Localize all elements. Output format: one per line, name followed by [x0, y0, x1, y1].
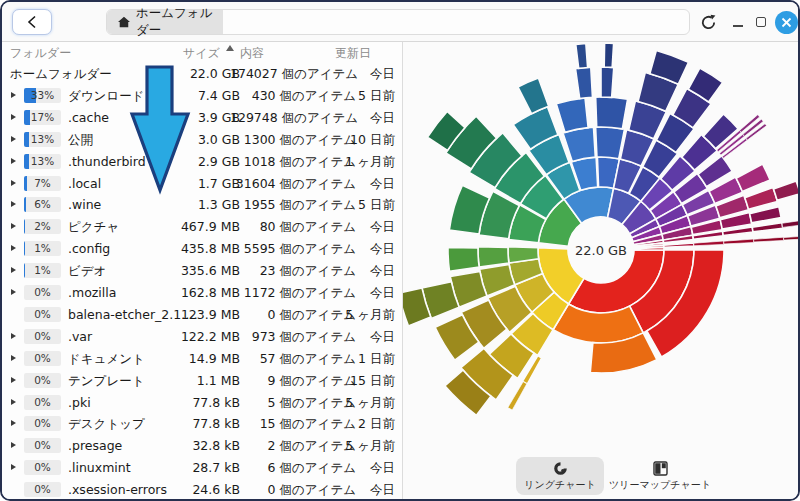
usage-percent-badge: 33% — [24, 88, 61, 103]
expander-icon[interactable] — [11, 180, 16, 186]
tab-home-folder[interactable]: ホームフォルダー — [107, 10, 223, 34]
folder-name[interactable]: .pki — [68, 392, 91, 413]
ring-chart-segment[interactable] — [596, 127, 625, 159]
ring-chart-segment[interactable] — [750, 207, 781, 223]
expander-icon[interactable] — [11, 201, 16, 207]
table-row[interactable]: 13%.thunderbird2.9 GB1018 個のアイテム1 ヶ月前 — [2, 151, 402, 173]
ring-chart-segment[interactable] — [754, 237, 784, 242]
ring-chart-segment[interactable] — [745, 187, 778, 209]
expander-icon[interactable] — [11, 158, 16, 164]
column-header-modified[interactable]: 更新日 — [335, 45, 371, 62]
ring-chart-segment[interactable] — [782, 220, 800, 228]
table-row[interactable]: 0%.linuxmint28.7 kB6 個のアイテム今日 — [2, 457, 402, 479]
table-row[interactable]: 0%デスクトップ77.8 kB15 個のアイテム2 日前 — [2, 413, 402, 435]
expander-icon[interactable] — [11, 267, 16, 273]
expander-icon[interactable] — [11, 114, 16, 120]
ring-chart[interactable]: 22.0 GB — [403, 42, 800, 501]
column-header-size[interactable]: サイズ — [183, 45, 220, 62]
ring-chart-segment[interactable] — [604, 43, 613, 67]
folder-name[interactable]: .local — [68, 173, 101, 194]
usage-percent-text: 33% — [24, 88, 61, 103]
table-row[interactable]: 0%.pki77.8 kB5 個のアイテム5 ヶ月前 — [2, 392, 402, 414]
folder-name[interactable]: .mozilla — [68, 282, 116, 303]
table-row[interactable]: 0%.presage32.8 kB2 個のアイテム5 ヶ月前 — [2, 435, 402, 457]
table-row[interactable]: 0%balena-etcher_2.1.…123.9 MB0 個のアイテム5 ヶ… — [2, 304, 402, 326]
table-row[interactable]: 1%.config435.8 MB5595 個のアイテム今日 — [2, 238, 402, 260]
usage-percent-badge: 0% — [24, 460, 61, 475]
folder-name[interactable]: 公開 — [68, 129, 93, 150]
usage-percent-text: 0% — [24, 351, 61, 366]
folder-name[interactable]: ドキュメント — [68, 348, 145, 369]
ring-chart-segment[interactable] — [556, 98, 588, 133]
expander-icon[interactable] — [11, 420, 16, 426]
ring-chart-segment[interactable] — [596, 97, 628, 129]
table-row[interactable]: 7%.local1.7 GB31604 個のアイテム今日 — [2, 173, 402, 195]
ring-chart-segment[interactable] — [784, 236, 800, 240]
table-row[interactable]: 0%.mozilla162.8 MB1172 個のアイテム今日 — [2, 282, 402, 304]
expander-icon[interactable] — [11, 399, 16, 405]
folder-name[interactable]: デスクトップ — [68, 413, 145, 434]
ring-chart-segment[interactable] — [736, 164, 770, 191]
usage-percent-text: 0% — [24, 329, 61, 344]
column-header-folder[interactable]: フォルダー — [10, 45, 71, 62]
ring-chart-segment[interactable] — [634, 247, 664, 250]
ring-chart-segment[interactable] — [601, 67, 614, 97]
expander-icon[interactable] — [11, 333, 16, 339]
expander-icon[interactable] — [11, 464, 16, 470]
ring-chart-segment[interactable] — [478, 247, 509, 267]
folder-name[interactable]: .cache — [68, 107, 109, 128]
expander-icon[interactable] — [11, 355, 16, 361]
folder-modified-date: 今日 — [325, 282, 395, 303]
folder-name[interactable]: .presage — [68, 435, 122, 456]
expander-icon[interactable] — [11, 442, 16, 448]
ring-chart-segment[interactable] — [664, 243, 694, 247]
back-button[interactable] — [12, 9, 52, 35]
minimize-button[interactable] — [730, 12, 746, 32]
table-row[interactable]: ホームフォルダー22.0 GB174027 個のアイテム今日 — [2, 63, 402, 85]
ring-chart-segment[interactable] — [576, 44, 588, 69]
expander-icon[interactable] — [11, 92, 16, 98]
folder-name[interactable]: ピクチャ — [68, 216, 119, 237]
table-row[interactable]: 0%.var122.2 MB973 個のアイテム今日 — [2, 326, 402, 348]
location-bar[interactable]: ホームフォルダー — [106, 9, 690, 35]
table-row[interactable]: 1%ビデオ335.6 MB23 個のアイテム今日 — [2, 260, 402, 282]
ring-chart-segment[interactable] — [694, 241, 724, 246]
table-row[interactable]: 2%ピクチャ467.9 MB80 個のアイテム今日 — [2, 216, 402, 238]
folder-name[interactable]: テンプレート — [68, 370, 144, 391]
expander-icon[interactable] — [11, 289, 16, 295]
folder-name[interactable]: ホームフォルダー — [10, 63, 112, 84]
ring-chart-button[interactable]: リングチャート — [516, 457, 604, 495]
folder-modified-date: 今日 — [325, 216, 395, 237]
table-row[interactable]: 17%.cache3.9 GB129748 個のアイテム今日 — [2, 107, 402, 129]
expander-icon[interactable] — [11, 377, 16, 383]
ring-chart-segment[interactable] — [518, 78, 549, 114]
table-row[interactable]: 13%公開3.0 GB1300 個のアイテム10 日前 — [2, 129, 402, 151]
expander-icon[interactable] — [11, 136, 16, 142]
table-row[interactable]: 33%ダウンロード7.4 GB430 個のアイテム5 日前 — [2, 85, 402, 107]
expander-icon[interactable] — [11, 245, 16, 251]
close-button[interactable] — [775, 11, 798, 34]
treemap-chart-button[interactable]: ツリーマップチャート — [608, 457, 712, 495]
treemap-chart-icon — [653, 461, 668, 476]
maximize-button[interactable] — [753, 12, 769, 32]
expander-icon[interactable] — [11, 223, 16, 229]
table-row[interactable]: 0%テンプレート1.1 MB9 個のアイテム15 日前 — [2, 370, 402, 392]
usage-percent-badge: 0% — [24, 285, 61, 300]
ring-chart-segment[interactable] — [508, 382, 527, 410]
ring-chart-segment[interactable] — [448, 247, 479, 271]
ring-chart-segment[interactable] — [576, 67, 593, 98]
folder-name[interactable]: .config — [68, 238, 110, 259]
refresh-button[interactable] — [696, 11, 720, 33]
column-header-contents[interactable]: 内容 — [240, 45, 264, 62]
folder-name[interactable]: ビデオ — [68, 260, 106, 281]
table-row[interactable]: 0%ドキュメント14.9 MB57 個のアイテム1 日前 — [2, 348, 402, 370]
folder-size: 1.1 MB — [152, 370, 240, 391]
folder-name[interactable]: .var — [68, 326, 92, 347]
folder-name[interactable]: .linuxmint — [68, 457, 131, 478]
ring-chart-segment[interactable] — [752, 223, 782, 232]
table-row[interactable]: 0%.xsession-errors24.6 kB0 個のアイテム今日 — [2, 479, 402, 501]
ring-chart-segment[interactable] — [724, 239, 754, 244]
ring-chart-segment[interactable] — [774, 181, 800, 200]
table-row[interactable]: 6%.wine1.3 GB1955 個のアイテム5 日前 — [2, 194, 402, 216]
folder-name[interactable]: .wine — [68, 194, 101, 215]
